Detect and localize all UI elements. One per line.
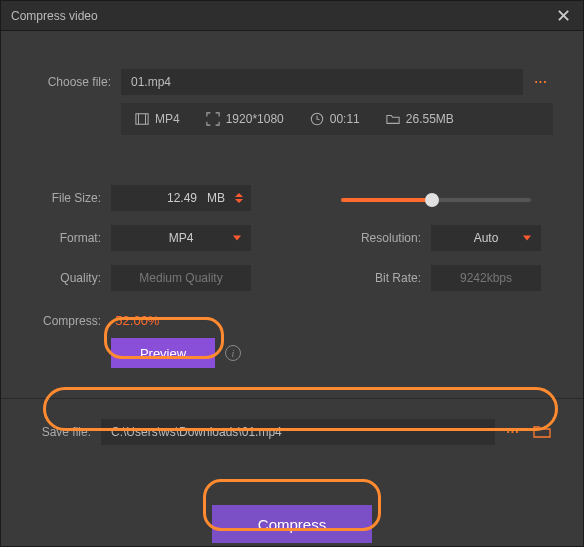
meta-size: 26.55MB: [386, 112, 454, 126]
stepper-down-icon[interactable]: [235, 199, 243, 203]
stepper-up-icon[interactable]: [235, 193, 243, 197]
meta-size-text: 26.55MB: [406, 112, 454, 126]
choose-file-label: Choose file:: [31, 75, 111, 89]
choose-file-row: Choose file: ···: [31, 69, 553, 95]
format-field: Format: MP4: [31, 225, 311, 251]
meta-format-text: MP4: [155, 112, 180, 126]
format-select[interactable]: MP4: [111, 225, 251, 251]
resolution-label: Resolution:: [341, 231, 421, 245]
quality-value: Medium Quality: [139, 271, 222, 285]
file-size-stepper[interactable]: [235, 193, 251, 203]
bitrate-value: 9242kbps: [460, 271, 512, 285]
resolution-value: Auto: [474, 231, 499, 245]
choose-file-browse-button[interactable]: ···: [529, 69, 553, 95]
save-file-row: Save file: ···: [31, 419, 553, 445]
file-size-label: File Size:: [31, 191, 101, 205]
resolution-field: Resolution: Auto: [341, 225, 553, 251]
chevron-down-icon: [233, 236, 241, 241]
slider-fill: [341, 198, 432, 202]
resolution-select[interactable]: Auto: [431, 225, 541, 251]
compress-stat-value: -52.00%: [111, 313, 159, 328]
fullscreen-icon: [206, 112, 220, 126]
file-size-input[interactable]: 12.49 MB: [111, 185, 251, 211]
svg-rect-0: [136, 114, 148, 125]
clock-icon: [310, 112, 324, 126]
file-size-value: 12.49: [111, 185, 203, 211]
save-file-browse-button[interactable]: ···: [501, 419, 525, 445]
meta-duration-text: 00:11: [330, 112, 360, 126]
divider: [1, 398, 583, 399]
bitrate-value-box: 9242kbps: [431, 265, 541, 291]
close-icon[interactable]: ✕: [553, 5, 573, 27]
info-icon[interactable]: i: [225, 345, 241, 361]
file-meta-bar: MP4 1920*1080 00:11 26.55MB: [121, 103, 553, 135]
meta-resolution-text: 1920*1080: [226, 112, 284, 126]
film-icon: [135, 112, 149, 126]
meta-resolution: 1920*1080: [206, 112, 284, 126]
file-size-field: File Size: 12.49 MB: [31, 185, 311, 211]
meta-duration: 00:11: [310, 112, 360, 126]
compress-button[interactable]: Compress: [212, 505, 372, 543]
quality-label: Quality:: [31, 271, 101, 285]
file-size-unit: MB: [203, 185, 235, 211]
meta-format: MP4: [135, 112, 180, 126]
chevron-down-icon: [523, 236, 531, 241]
compress-stat-label: Compress:: [31, 314, 101, 328]
format-value: MP4: [169, 231, 194, 245]
quality-value-box: Medium Quality: [111, 265, 251, 291]
format-label: Format:: [31, 231, 101, 245]
folder-icon: [386, 112, 400, 126]
bitrate-label: Bit Rate:: [341, 271, 421, 285]
bitrate-field: Bit Rate: 9242kbps: [341, 265, 553, 291]
preview-button[interactable]: Preview: [111, 338, 215, 368]
choose-file-input[interactable]: [121, 69, 523, 95]
window-title: Compress video: [11, 9, 98, 23]
compress-stat: Compress: -52.00%: [31, 313, 553, 328]
save-file-input[interactable]: [101, 419, 495, 445]
file-size-slider[interactable]: [341, 198, 531, 202]
titlebar: Compress video ✕: [1, 1, 583, 31]
save-file-label: Save file:: [31, 425, 91, 439]
quality-field: Quality: Medium Quality: [31, 265, 311, 291]
open-folder-button[interactable]: [533, 424, 553, 441]
file-size-slider-wrap: [341, 185, 553, 211]
slider-thumb[interactable]: [425, 193, 439, 207]
compress-video-dialog: Compress video ✕ Choose file: ··· MP4 19…: [0, 0, 584, 547]
